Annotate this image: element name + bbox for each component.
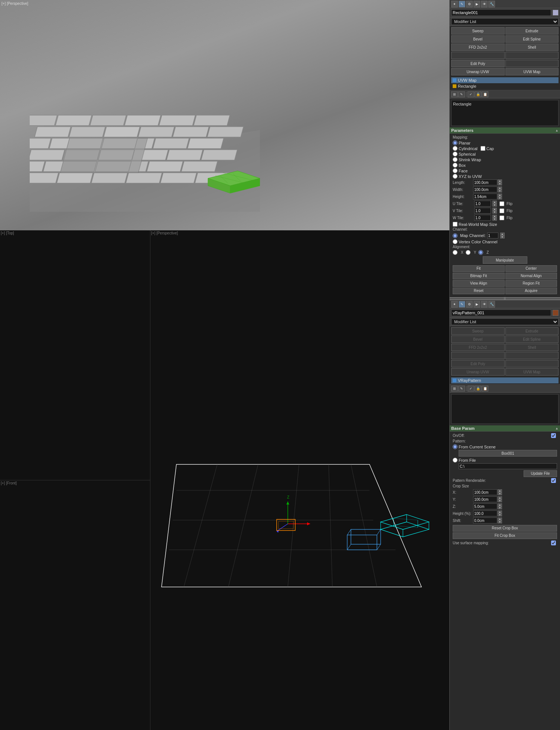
file-path-input[interactable] [459,463,557,469]
bottom-object-color-swatch[interactable] [553,310,559,316]
crop-z-input[interactable] [473,503,497,509]
w-tile-input[interactable] [474,215,491,221]
stack-item-uvwmap[interactable]: UVW Map [451,77,559,83]
crop-z-spin-up[interactable]: ▲ [498,503,502,506]
height-pct-spin-up[interactable]: ▲ [498,510,502,513]
btn-shell[interactable]: Shell [505,43,559,51]
region-fit-btn[interactable]: Region Fit [505,280,557,287]
btn-bevel[interactable]: Bevel [451,35,505,43]
height-spin-down[interactable]: ▼ [498,197,502,199]
bottom-icon-hierarchy[interactable]: ⚙ [466,301,473,308]
length-spin-down[interactable]: ▼ [498,182,502,185]
v-tile-input[interactable] [474,208,491,214]
bottom-btn-ffd[interactable]: FFD 2x2x2 [451,344,505,351]
bottom-check-icon[interactable]: ✓ [468,386,474,392]
bottom-btn-shell[interactable]: Shell [505,344,559,351]
radio-align-x[interactable] [453,250,458,255]
stack-item-rectangle[interactable]: Rectangle [451,83,559,89]
bottom-object-name-input[interactable] [451,309,551,316]
u-tile-input[interactable] [474,201,491,207]
u-flip-cb[interactable] [499,201,504,206]
btn-extrude[interactable]: Extrude [505,27,559,35]
box001-btn[interactable]: Box001 [459,450,557,457]
update-file-btn[interactable]: Update File [524,470,557,477]
radio-shrinkwrap[interactable] [453,157,458,162]
bottom-btn-edit-poly[interactable]: Edit Poly [451,360,505,367]
btn-edit-spline[interactable]: Edit Spline [505,35,559,43]
bitmap-fit-btn[interactable]: Bitmap Fit [453,273,505,279]
bone-icon[interactable]: ✎ [458,91,465,97]
fit-btn[interactable]: Fit [453,265,505,272]
radio-xyztuvw[interactable] [453,174,458,179]
shift-spin-down[interactable]: ▼ [498,520,502,523]
fit-crop-box-btn[interactable]: Fit Crop Box [453,532,557,539]
section-header-baseparam[interactable]: Base Param ▲ [450,425,560,432]
center-btn[interactable]: Center [505,265,557,272]
lock-icon[interactable]: ⊞ [451,91,458,97]
real-world-cb[interactable] [453,222,458,227]
radio-face[interactable] [453,168,458,173]
bottom-icon-motion[interactable]: ▶ [473,301,480,308]
bottom-stack-item-vraypattern[interactable]: VRayPattern [451,377,559,383]
radio-spherical[interactable] [453,152,458,156]
channel-spin-up[interactable]: ▲ [500,233,505,236]
width-input[interactable] [473,186,497,192]
object-name-input[interactable] [451,9,551,16]
bottom-left-viewport[interactable]: [+] [Top] [+] [Front] [0,230,150,730]
w-flip-cb[interactable] [499,215,504,220]
radio-cylindrical[interactable] [453,146,458,151]
crop-y-spin-up[interactable]: ▲ [498,496,502,499]
viewport-top[interactable]: [+] [Perspective] [0,0,449,230]
radio-box[interactable] [453,163,458,168]
bottom-icon-create[interactable]: ✦ [451,301,458,308]
w-tile-spin-down[interactable]: ▼ [492,218,497,221]
u-tile-spin-down[interactable]: ▼ [492,204,497,207]
crop-y-spin-down[interactable]: ▼ [498,499,502,502]
icon-motion[interactable]: ▶ [473,1,480,7]
section-header-params[interactable]: Parameters ▲ [450,127,560,134]
v-flip-cb[interactable] [499,208,504,213]
cb-cap[interactable] [481,146,485,151]
crop-y-input[interactable] [473,496,497,502]
object-color-swatch[interactable] [553,10,559,16]
view-align-btn[interactable]: View Align [453,280,505,287]
radio-map-channel[interactable] [453,233,458,238]
bottom-icon-utilities[interactable]: 🔧 [488,301,495,308]
reset-btn[interactable]: Reset [453,288,505,294]
padlock-icon[interactable]: 🔒 [475,91,481,97]
radio-vertex-color[interactable] [453,239,458,244]
crop-x-input[interactable] [473,489,497,495]
bottom-btn-edit-spline[interactable]: Edit Spline [505,335,559,343]
acquire-btn[interactable]: Acquire [505,288,557,294]
btn-unwrap-uvw[interactable]: Unwrap UVW [451,68,505,75]
bottom-btn-unwrap-uvw[interactable]: Unwrap UVW [451,368,505,376]
width-spin-down[interactable]: ▼ [498,189,502,192]
radio-align-y[interactable] [466,250,471,255]
bottom-modifier-list-dropdown[interactable]: Modifier List [451,318,559,325]
width-spin-up[interactable]: ▲ [498,186,502,189]
crop-x-spin-up[interactable]: ▲ [498,489,502,492]
bottom-btn-uvw-map[interactable]: UVW Map [505,368,559,376]
btn-edit-poly[interactable]: Edit Poly [451,60,505,67]
btn-sweep[interactable]: Sweep [451,27,505,35]
map-channel-input[interactable] [487,233,498,239]
bottom-btn-bevel[interactable]: Bevel [451,335,505,343]
height-pct-input[interactable] [473,510,497,516]
icon-utilities[interactable]: 🔧 [488,1,495,7]
btn-ffd[interactable]: FFD 2x2x2 [451,43,505,51]
length-spin-up[interactable]: ▲ [498,179,502,182]
u-tile-spin-up[interactable]: ▲ [492,201,497,204]
check-icon[interactable]: ✓ [468,91,474,97]
bottom-btn-sweep[interactable]: Sweep [451,327,505,335]
bottom-icon-modify[interactable]: ✎ [459,301,465,308]
height-pct-spin-down[interactable]: ▼ [498,513,502,516]
bottom-lock-icon[interactable]: ⊞ [451,386,458,392]
icon-display[interactable]: 👁 [481,1,488,7]
reset-crop-box-btn[interactable]: Reset Crop Box [453,525,557,532]
on-off-checkbox[interactable] [551,433,556,438]
bottom-padlock-icon[interactable]: 🔒 [475,386,481,392]
v-tile-spin-up[interactable]: ▲ [492,208,497,211]
height-input[interactable] [473,194,497,199]
btn-uvw-map[interactable]: UVW Map [505,68,559,75]
radio-planar[interactable] [453,140,458,145]
